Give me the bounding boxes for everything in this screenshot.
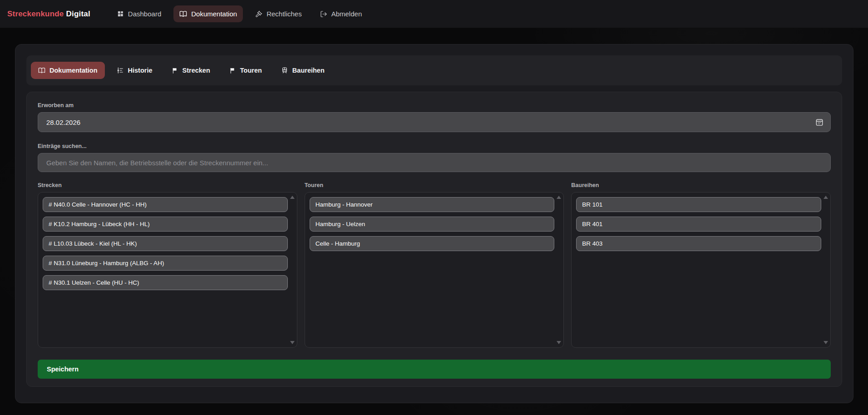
strecken-list: # N40.0 Celle - Hannover (HC - HH)# K10.… [43,197,288,290]
list-timeline-icon [117,67,124,74]
scroll-down-arrow-icon[interactable] [824,341,828,344]
book-open-icon [179,10,187,18]
list-item[interactable]: # L10.03 Lübeck - Kiel (HL - HK) [43,236,288,251]
acquired-date-input[interactable] [38,112,831,132]
column-baureihen: Baureihen BR 101BR 401BR 403 [571,182,831,348]
scroll-up-arrow-icon[interactable] [824,196,828,199]
brand-primary: Streckenkunde [7,10,64,18]
touren-label: Touren [305,182,564,188]
list-item[interactable]: # K10.2 Hamburg - Lübeck (HH - HL) [43,217,288,232]
acquired-date-wrap [38,112,831,132]
list-item[interactable]: BR 101 [576,197,821,212]
nav-item-label: Dashboard [128,10,161,18]
strecken-label: Strecken [38,182,297,188]
search-wrap [38,153,831,172]
calendar-icon[interactable] [815,118,824,127]
flag-icon [229,67,236,74]
list-item[interactable]: Hamburg - Hannover [310,197,555,212]
search-label: Einträge suchen... [38,143,831,149]
nav-item-dashboard[interactable]: Dashboard [111,5,167,22]
baureihen-list: BR 101BR 401BR 403 [576,197,821,251]
tab-label: Strecken [182,67,210,74]
tab-label: Dokumentation [49,67,98,74]
strecken-listbox[interactable]: # N40.0 Celle - Hannover (HC - HH)# K10.… [38,192,297,348]
list-item[interactable]: Hamburg - Uelzen [310,217,555,232]
train-icon [281,67,288,74]
tab-dokumentation[interactable]: Dokumentation [31,62,105,79]
acquired-date-label: Erworben am [38,102,831,109]
tab-historie[interactable]: Historie [109,62,160,79]
column-touren: Touren Hamburg - HannoverHamburg - Uelze… [305,182,564,348]
list-item[interactable]: Celle - Hamburg [310,236,555,251]
search-input[interactable] [38,153,831,172]
scroll-down-arrow-icon[interactable] [557,341,561,344]
tab-strip: Dokumentation Historie Strecken Touren B… [26,55,842,85]
nav-item-label: Dokumentation [191,10,237,18]
list-item[interactable]: BR 401 [576,217,821,232]
selection-columns: Strecken # N40.0 Celle - Hannover (HC - … [38,182,831,348]
touren-listbox[interactable]: Hamburg - HannoverHamburg - UelzenCelle … [305,192,564,348]
scroll-up-arrow-icon[interactable] [557,196,561,199]
grid-icon [117,10,124,17]
list-item[interactable]: # N31.0 Lüneburg - Hamburg (ALBG - AH) [43,256,288,271]
tab-label: Baureihen [292,67,325,74]
top-bar: StreckenkundeDigital Dashboard Dokumenta… [0,0,868,28]
list-item[interactable]: # N40.0 Celle - Hannover (HC - HH) [43,197,288,212]
tab-label: Historie [128,67,153,74]
nav-item-rechtliches[interactable]: Rechtliches [249,5,308,22]
nav-item-dokumentation[interactable]: Dokumentation [173,5,243,22]
tab-baureihen[interactable]: Baureihen [274,62,332,79]
column-strecken: Strecken # N40.0 Celle - Hannover (HC - … [38,182,297,348]
logout-icon [320,10,327,18]
save-button[interactable]: Speichern [38,360,831,379]
nav-item-abmelden[interactable]: Abmelden [314,5,368,22]
documentation-form: Erworben am Einträge suchen... Strecken … [26,92,842,387]
main-card: Dokumentation Historie Strecken Touren B… [15,44,853,403]
book-open-icon [38,67,45,74]
tab-strecken[interactable]: Strecken [164,62,217,79]
scroll-down-arrow-icon[interactable] [290,341,295,344]
gavel-icon [255,10,262,18]
tab-touren[interactable]: Touren [222,62,269,79]
brand-secondary: Digital [66,10,90,18]
tab-label: Touren [240,67,262,74]
top-navigation: Dashboard Dokumentation Rechtliches Abme… [111,5,368,22]
scroll-up-arrow-icon[interactable] [290,196,295,199]
nav-item-label: Rechtliches [266,10,302,18]
brand-logo[interactable]: StreckenkundeDigital [7,10,90,19]
touren-list: Hamburg - HannoverHamburg - UelzenCelle … [310,197,555,251]
list-item[interactable]: # N30.1 Uelzen - Celle (HU - HC) [43,275,288,290]
flag-icon [172,67,178,74]
baureihen-label: Baureihen [571,182,831,188]
nav-item-label: Abmelden [331,10,362,18]
list-item[interactable]: BR 403 [576,236,821,251]
baureihen-listbox[interactable]: BR 101BR 401BR 403 [571,192,831,348]
